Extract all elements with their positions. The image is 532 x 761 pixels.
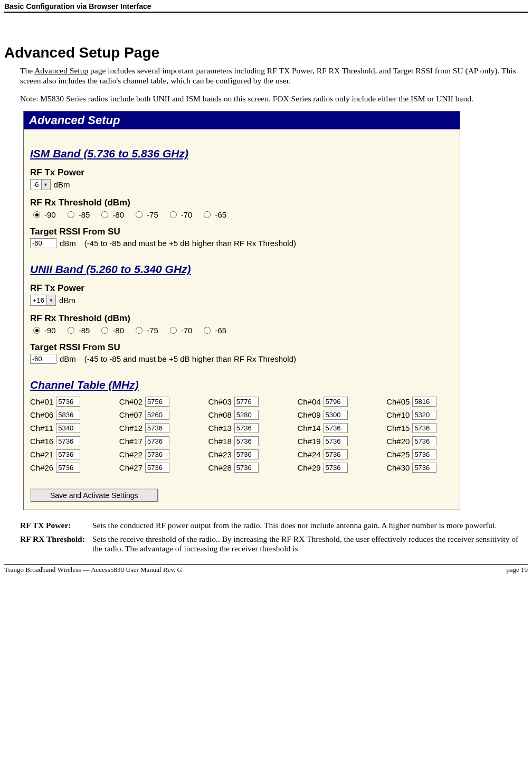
ism-rf-tx-select[interactable]: -6 ▼ [30, 179, 51, 190]
channel-item: Ch#295736 [297, 463, 370, 473]
radio-label: -75 [147, 210, 158, 219]
radio-label: -90 [44, 210, 56, 219]
rx-radio-neg70[interactable]: -70 [170, 326, 193, 335]
channel-input[interactable]: 5260 [145, 410, 169, 420]
channel-input[interactable]: 5736 [324, 449, 348, 459]
channel-input[interactable]: 5736 [145, 436, 169, 446]
channel-label: Ch#14 [297, 424, 320, 433]
intro1b: page includes several important paramete… [20, 66, 516, 85]
ism-rf-rx-label: RF Rx Threshold (dBm) [30, 198, 460, 208]
footer-left: Trango Broadband Wireless — Access5830 U… [4, 566, 182, 574]
channel-input[interactable]: 5836 [56, 410, 80, 420]
channel-input[interactable]: 5736 [324, 463, 348, 473]
radio-label: -90 [44, 326, 56, 335]
channel-input[interactable]: 5736 [412, 436, 436, 446]
rx-radio-neg65[interactable]: -65 [204, 210, 226, 219]
channel-label: Ch#27 [119, 463, 142, 472]
channel-input[interactable]: 5736 [56, 397, 80, 407]
target-rssi-hint: (-45 to -85 and must be +5 dB higher tha… [84, 354, 296, 363]
channel-item: Ch#055816 [386, 397, 460, 407]
channel-label: Ch#08 [208, 410, 232, 419]
rx-radio-neg70[interactable]: -70 [170, 210, 193, 219]
intro-paragraph-2: Note: M5830 Series radios include both U… [20, 93, 528, 104]
unii-band-heading: UNII Band (5.260 to 5.340 GHz) [30, 263, 460, 276]
channel-item: Ch#025756 [119, 397, 193, 407]
channel-input[interactable]: 5816 [412, 397, 436, 407]
rx-radio-neg75[interactable]: -75 [136, 326, 158, 335]
channel-input[interactable]: 5736 [324, 436, 348, 446]
channel-label: Ch#28 [208, 463, 232, 472]
radio-icon [101, 327, 108, 334]
radio-label: -85 [79, 326, 90, 335]
ism-rf-rx-radio-group: -90-85-80-75-70-65 [33, 210, 460, 219]
channel-input[interactable]: 5736 [145, 423, 169, 433]
unii-target-rssi-input[interactable]: -60 [30, 354, 56, 364]
channel-input[interactable]: 5736 [412, 423, 436, 433]
channel-item: Ch#275736 [119, 463, 193, 473]
channel-input[interactable]: 5320 [412, 410, 436, 420]
channel-label: Ch#09 [297, 410, 320, 419]
channel-input[interactable]: 5736 [234, 423, 259, 433]
channel-item: Ch#065836 [30, 410, 103, 420]
channel-input[interactable]: 5280 [234, 410, 259, 420]
radio-icon [136, 211, 142, 218]
unii-rf-tx-label: RF Tx Power [30, 283, 460, 294]
channel-input[interactable]: 5796 [324, 397, 348, 407]
channel-label: Ch#02 [119, 397, 142, 406]
channel-input[interactable]: 5756 [145, 397, 169, 407]
rx-radio-neg90[interactable]: -90 [33, 210, 56, 219]
channel-label: Ch#25 [386, 450, 410, 459]
channel-label: Ch#01 [30, 397, 53, 406]
save-activate-button[interactable]: Save and Activate Settings [30, 488, 158, 502]
advanced-setup-title: Advanced Setup [24, 111, 460, 129]
channel-table-heading: Channel Table (MHz) [30, 379, 460, 391]
rx-radio-neg90[interactable]: -90 [33, 326, 56, 335]
rx-radio-neg65[interactable]: -65 [204, 326, 226, 335]
channel-input[interactable]: 5736 [234, 463, 259, 473]
channel-input[interactable]: 5736 [234, 449, 259, 459]
channel-input[interactable]: 5736 [56, 449, 80, 459]
unii-target-rssi-label: Target RSSI From SU [30, 342, 460, 353]
channel-input[interactable]: 5736 [324, 423, 348, 433]
channel-input[interactable]: 5736 [56, 463, 80, 473]
def-term-rf-rx: RF RX Threshold: [20, 533, 92, 557]
channel-input[interactable]: 5736 [412, 463, 436, 473]
channel-item: Ch#185736 [208, 436, 282, 446]
unii-rf-tx-select[interactable]: +16 ▼ [30, 295, 56, 306]
channel-table-grid: Ch#015736Ch#025756Ch#035776Ch#045796Ch#0… [30, 397, 460, 488]
def-term-rf-tx: RF TX Power: [20, 520, 92, 533]
channel-label: Ch#21 [30, 450, 53, 459]
channel-input[interactable]: 5776 [234, 397, 259, 407]
channel-input[interactable]: 5736 [412, 449, 436, 459]
channel-input[interactable]: 5736 [56, 436, 80, 446]
unii-rf-rx-radio-group: -90-85-80-75-70-65 [33, 326, 460, 335]
rx-radio-neg85[interactable]: -85 [68, 326, 90, 335]
channel-item: Ch#215736 [30, 449, 103, 459]
channel-label: Ch#05 [386, 397, 410, 406]
rx-radio-neg80[interactable]: -80 [101, 326, 124, 335]
ism-rf-tx-label: RF Tx Power [30, 167, 460, 178]
channel-input[interactable]: 5736 [234, 436, 259, 446]
channel-input[interactable]: 5736 [145, 449, 169, 459]
rx-radio-neg85[interactable]: -85 [68, 210, 90, 219]
radio-icon [33, 211, 40, 218]
intro-paragraph-1: The Advanced Setup page includes several… [20, 65, 528, 86]
radio-label: -80 [112, 326, 124, 335]
channel-input[interactable]: 5300 [324, 410, 348, 420]
channel-label: Ch#15 [386, 424, 410, 433]
advanced-setup-screenshot: Advanced Setup ISM Band (5.736 to 5.836 … [23, 111, 460, 510]
rx-radio-neg75[interactable]: -75 [136, 210, 158, 219]
rx-radio-neg80[interactable]: -80 [101, 210, 124, 219]
channel-label: Ch#30 [386, 463, 410, 472]
channel-input[interactable]: 5736 [145, 463, 169, 473]
unii-rf-tx-value: +16 [31, 296, 46, 304]
channel-item: Ch#305736 [386, 463, 460, 473]
radio-label: -70 [181, 210, 193, 219]
channel-input[interactable]: 5340 [56, 423, 80, 433]
channel-item: Ch#285736 [208, 463, 282, 473]
channel-label: Ch#07 [119, 410, 142, 419]
page-footer: Trango Broadband Wireless — Access5830 U… [4, 564, 528, 574]
radio-label: -65 [215, 326, 226, 335]
channel-label: Ch#22 [119, 450, 142, 459]
ism-target-rssi-input[interactable]: -60 [30, 238, 56, 248]
